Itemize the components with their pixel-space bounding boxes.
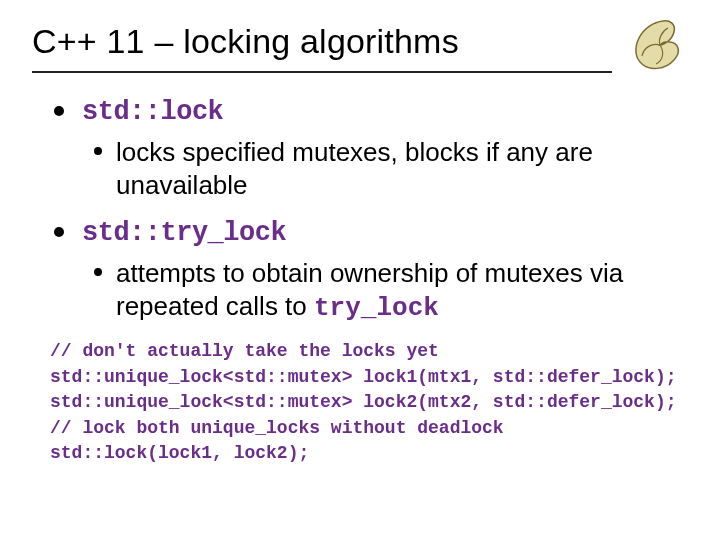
content: std::lock locks specified mutexes, block…	[32, 95, 688, 467]
body-text: attempts to obtain ownership of mutexes …	[116, 257, 688, 326]
code-line: // don't actually take the locks yet	[50, 341, 439, 361]
bullet-icon	[54, 106, 64, 116]
code-block: // don't actually take the locks yet std…	[50, 339, 688, 467]
title-wrap: C++ 11 – locking algorithms	[32, 22, 688, 73]
bullet-icon	[94, 147, 102, 155]
slide-title: C++ 11 – locking algorithms	[32, 22, 688, 61]
list-subitem: locks specified mutexes, blocks if any a…	[94, 136, 688, 203]
code-line: std::unique_lock<std::mutex> lock1(mtx1,…	[50, 367, 677, 387]
code-heading: std::try_lock	[82, 216, 286, 251]
bullet-list: std::lock locks specified mutexes, block…	[54, 95, 688, 325]
title-underline	[32, 71, 612, 73]
list-subitem: attempts to obtain ownership of mutexes …	[94, 257, 688, 326]
list-item: std::lock locks specified mutexes, block…	[54, 95, 688, 202]
inline-code: try_lock	[314, 293, 439, 323]
list-item: std::try_lock attempts to obtain ownersh…	[54, 216, 688, 325]
bullet-icon	[54, 227, 64, 237]
code-line: // lock both unique_locks without deadlo…	[50, 418, 504, 438]
body-text: locks specified mutexes, blocks if any a…	[116, 136, 688, 203]
code-heading: std::lock	[82, 95, 223, 130]
code-line: std::lock(lock1, lock2);	[50, 443, 309, 463]
bullet-icon	[94, 268, 102, 276]
slide: C++ 11 – locking algorithms std::lock lo…	[0, 0, 720, 540]
code-line: std::unique_lock<std::mutex> lock2(mtx2,…	[50, 392, 677, 412]
